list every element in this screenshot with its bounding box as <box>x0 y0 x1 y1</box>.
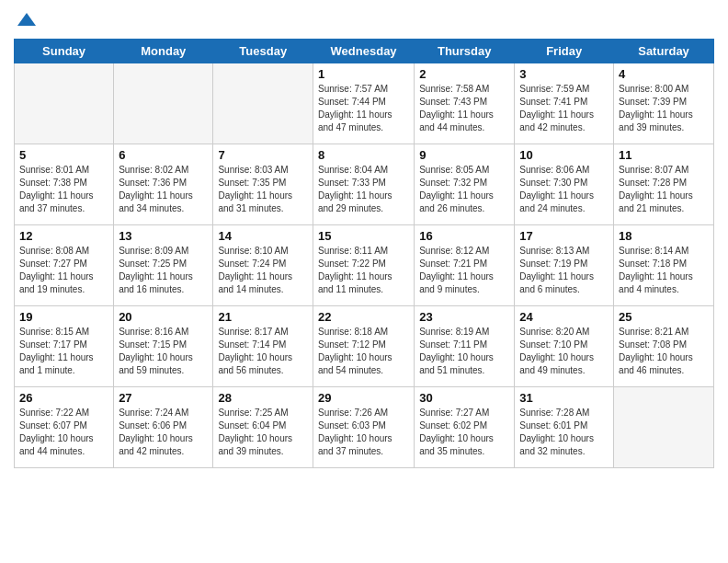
day-number: 29 <box>318 391 409 405</box>
day-number: 31 <box>519 391 609 405</box>
calendar-header-sunday: Sunday <box>15 40 114 63</box>
day-number: 1 <box>318 67 409 81</box>
calendar-header-row: SundayMondayTuesdayWednesdayThursdayFrid… <box>15 40 714 63</box>
calendar-cell: 12Sunrise: 8:08 AM Sunset: 7:27 PM Dayli… <box>15 225 114 306</box>
day-info: Sunrise: 8:16 AM Sunset: 7:15 PM Dayligh… <box>119 326 208 377</box>
calendar-cell: 25Sunrise: 8:21 AM Sunset: 7:08 PM Dayli… <box>614 306 714 387</box>
calendar-header-friday: Friday <box>515 40 614 63</box>
day-number: 24 <box>519 310 609 324</box>
calendar-cell: 14Sunrise: 8:10 AM Sunset: 7:24 PM Dayli… <box>213 225 313 306</box>
logo <box>14 9 38 31</box>
calendar-header-wednesday: Wednesday <box>313 40 414 63</box>
day-info: Sunrise: 8:21 AM Sunset: 7:08 PM Dayligh… <box>619 326 709 377</box>
day-number: 15 <box>318 229 409 243</box>
calendar-cell: 21Sunrise: 8:17 AM Sunset: 7:14 PM Dayli… <box>213 306 313 387</box>
day-number: 30 <box>419 391 509 405</box>
calendar-cell: 24Sunrise: 8:20 AM Sunset: 7:10 PM Dayli… <box>515 306 614 387</box>
calendar-cell: 6Sunrise: 8:02 AM Sunset: 7:36 PM Daylig… <box>114 144 213 225</box>
logo-icon <box>16 9 38 31</box>
day-number: 21 <box>218 310 308 324</box>
day-number: 7 <box>218 148 308 162</box>
calendar-cell <box>614 387 714 468</box>
day-info: Sunrise: 8:04 AM Sunset: 7:33 PM Dayligh… <box>318 164 409 215</box>
day-info: Sunrise: 8:08 AM Sunset: 7:27 PM Dayligh… <box>19 245 108 296</box>
calendar-cell: 3Sunrise: 7:59 AM Sunset: 7:41 PM Daylig… <box>515 63 614 144</box>
day-number: 25 <box>619 310 709 324</box>
day-info: Sunrise: 7:24 AM Sunset: 6:06 PM Dayligh… <box>119 407 208 458</box>
day-info: Sunrise: 8:19 AM Sunset: 7:11 PM Dayligh… <box>419 326 509 377</box>
day-info: Sunrise: 8:11 AM Sunset: 7:22 PM Dayligh… <box>318 245 409 296</box>
day-info: Sunrise: 7:28 AM Sunset: 6:01 PM Dayligh… <box>519 407 609 458</box>
page: SundayMondayTuesdayWednesdayThursdayFrid… <box>0 0 728 563</box>
day-number: 2 <box>419 67 509 81</box>
calendar-week-row: 19Sunrise: 8:15 AM Sunset: 7:17 PM Dayli… <box>15 306 714 387</box>
calendar-week-row: 26Sunrise: 7:22 AM Sunset: 6:07 PM Dayli… <box>15 387 714 468</box>
calendar-cell: 5Sunrise: 8:01 AM Sunset: 7:38 PM Daylig… <box>15 144 114 225</box>
calendar-cell: 18Sunrise: 8:14 AM Sunset: 7:18 PM Dayli… <box>614 225 714 306</box>
day-number: 22 <box>318 310 409 324</box>
calendar-cell: 26Sunrise: 7:22 AM Sunset: 6:07 PM Dayli… <box>15 387 114 468</box>
calendar-cell: 23Sunrise: 8:19 AM Sunset: 7:11 PM Dayli… <box>415 306 515 387</box>
calendar-cell: 31Sunrise: 7:28 AM Sunset: 6:01 PM Dayli… <box>515 387 614 468</box>
calendar-cell: 2Sunrise: 7:58 AM Sunset: 7:43 PM Daylig… <box>415 63 515 144</box>
day-number: 6 <box>119 148 208 162</box>
day-number: 16 <box>419 229 509 243</box>
day-number: 10 <box>519 148 609 162</box>
day-info: Sunrise: 8:01 AM Sunset: 7:38 PM Dayligh… <box>19 164 108 215</box>
day-number: 23 <box>419 310 509 324</box>
day-info: Sunrise: 7:25 AM Sunset: 6:04 PM Dayligh… <box>218 407 308 458</box>
day-number: 28 <box>218 391 308 405</box>
calendar-cell: 9Sunrise: 8:05 AM Sunset: 7:32 PM Daylig… <box>415 144 515 225</box>
day-number: 9 <box>419 148 509 162</box>
calendar-cell: 29Sunrise: 7:26 AM Sunset: 6:03 PM Dayli… <box>313 387 414 468</box>
day-info: Sunrise: 7:57 AM Sunset: 7:44 PM Dayligh… <box>318 83 409 134</box>
day-number: 14 <box>218 229 308 243</box>
day-number: 11 <box>619 148 709 162</box>
calendar-cell: 15Sunrise: 8:11 AM Sunset: 7:22 PM Dayli… <box>313 225 414 306</box>
calendar-cell: 1Sunrise: 7:57 AM Sunset: 7:44 PM Daylig… <box>313 63 414 144</box>
day-info: Sunrise: 8:02 AM Sunset: 7:36 PM Dayligh… <box>119 164 208 215</box>
day-info: Sunrise: 7:22 AM Sunset: 6:07 PM Dayligh… <box>19 407 108 458</box>
svg-marker-0 <box>17 13 36 26</box>
day-info: Sunrise: 8:12 AM Sunset: 7:21 PM Dayligh… <box>419 245 509 296</box>
day-info: Sunrise: 8:13 AM Sunset: 7:19 PM Dayligh… <box>519 245 609 296</box>
day-info: Sunrise: 8:20 AM Sunset: 7:10 PM Dayligh… <box>519 326 609 377</box>
day-number: 20 <box>119 310 208 324</box>
day-number: 8 <box>318 148 409 162</box>
calendar-cell: 4Sunrise: 8:00 AM Sunset: 7:39 PM Daylig… <box>614 63 714 144</box>
calendar-cell <box>114 63 213 144</box>
calendar-header-tuesday: Tuesday <box>213 40 313 63</box>
header <box>14 9 714 31</box>
day-number: 18 <box>619 229 709 243</box>
day-info: Sunrise: 8:09 AM Sunset: 7:25 PM Dayligh… <box>119 245 208 296</box>
calendar-cell: 16Sunrise: 8:12 AM Sunset: 7:21 PM Dayli… <box>415 225 515 306</box>
day-info: Sunrise: 7:59 AM Sunset: 7:41 PM Dayligh… <box>519 83 609 134</box>
day-info: Sunrise: 7:27 AM Sunset: 6:02 PM Dayligh… <box>419 407 509 458</box>
day-number: 13 <box>119 229 208 243</box>
calendar-week-row: 1Sunrise: 7:57 AM Sunset: 7:44 PM Daylig… <box>15 63 714 144</box>
day-number: 3 <box>519 67 609 81</box>
day-info: Sunrise: 8:15 AM Sunset: 7:17 PM Dayligh… <box>19 326 108 377</box>
logo-text <box>14 9 38 31</box>
calendar-header-monday: Monday <box>114 40 213 63</box>
day-info: Sunrise: 8:18 AM Sunset: 7:12 PM Dayligh… <box>318 326 409 377</box>
calendar-table: SundayMondayTuesdayWednesdayThursdayFrid… <box>14 39 714 468</box>
day-info: Sunrise: 8:10 AM Sunset: 7:24 PM Dayligh… <box>218 245 308 296</box>
calendar-cell: 27Sunrise: 7:24 AM Sunset: 6:06 PM Dayli… <box>114 387 213 468</box>
calendar-cell <box>213 63 313 144</box>
day-number: 19 <box>19 310 108 324</box>
day-number: 12 <box>19 229 108 243</box>
day-info: Sunrise: 8:00 AM Sunset: 7:39 PM Dayligh… <box>619 83 709 134</box>
calendar-cell <box>15 63 114 144</box>
calendar-cell: 7Sunrise: 8:03 AM Sunset: 7:35 PM Daylig… <box>213 144 313 225</box>
calendar-cell: 30Sunrise: 7:27 AM Sunset: 6:02 PM Dayli… <box>415 387 515 468</box>
day-number: 17 <box>519 229 609 243</box>
calendar-cell: 20Sunrise: 8:16 AM Sunset: 7:15 PM Dayli… <box>114 306 213 387</box>
calendar-cell: 8Sunrise: 8:04 AM Sunset: 7:33 PM Daylig… <box>313 144 414 225</box>
calendar-cell: 17Sunrise: 8:13 AM Sunset: 7:19 PM Dayli… <box>515 225 614 306</box>
day-info: Sunrise: 7:26 AM Sunset: 6:03 PM Dayligh… <box>318 407 409 458</box>
calendar-week-row: 12Sunrise: 8:08 AM Sunset: 7:27 PM Dayli… <box>15 225 714 306</box>
calendar-cell: 10Sunrise: 8:06 AM Sunset: 7:30 PM Dayli… <box>515 144 614 225</box>
calendar-cell: 11Sunrise: 8:07 AM Sunset: 7:28 PM Dayli… <box>614 144 714 225</box>
day-number: 4 <box>619 67 709 81</box>
